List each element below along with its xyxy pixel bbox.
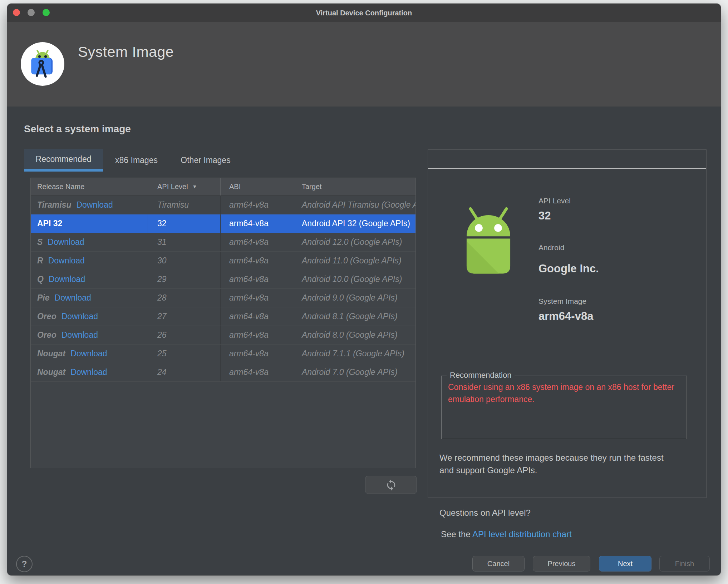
vendor-value: Google Inc. (538, 262, 599, 275)
finish-button[interactable]: Finish (659, 556, 710, 571)
details-separator (428, 168, 706, 169)
download-link[interactable]: Download (70, 367, 107, 377)
abi-cell: arm64-v8a (221, 196, 292, 214)
tab-recommended[interactable]: Recommended (24, 149, 103, 172)
target-cell: Android 11.0 (Google APIs) (292, 252, 415, 270)
api-level-cell: 30 (148, 252, 221, 270)
window-title: Virtual Device Configuration (7, 4, 721, 22)
help-button[interactable]: ? (16, 556, 33, 572)
api-level-cell: 29 (148, 270, 221, 288)
cancel-button[interactable]: Cancel (472, 556, 525, 571)
see-the-prefix: See the (441, 529, 472, 539)
abi-cell: arm64-v8a (221, 270, 292, 288)
table-row[interactable]: TiramisuDownload Tiramisu arm64-v8a Andr… (31, 196, 415, 214)
api-level-cell: 24 (148, 363, 221, 381)
refresh-button[interactable] (365, 476, 417, 494)
release-name: Nougat (37, 367, 65, 377)
table-row[interactable]: OreoDownload 26 arm64-v8a Android 8.0 (G… (31, 326, 415, 345)
download-link[interactable]: Download (70, 349, 107, 358)
vendor-label: Android (538, 243, 564, 252)
column-header-abi[interactable]: ABI (221, 178, 292, 196)
system-image-table: Release Name API Level▼ ABI Target Tiram… (30, 178, 416, 468)
download-link[interactable]: Download (55, 293, 91, 302)
recommendation-title: Recommendation (447, 371, 515, 380)
table-row[interactable]: PieDownload 28 arm64-v8a Android 9.0 (Go… (31, 289, 415, 307)
refresh-icon (385, 479, 397, 491)
release-name: Oreo (37, 330, 56, 340)
recommendation-box: Recommendation Consider using an x86 sys… (441, 376, 687, 439)
sort-desc-icon: ▼ (192, 178, 197, 196)
target-cell: Android 12.0 (Google APIs) (292, 233, 415, 251)
download-link[interactable]: Download (49, 274, 85, 284)
abi-cell: arm64-v8a (221, 326, 292, 344)
section-title: Select a system image (24, 123, 131, 135)
download-link[interactable]: Download (76, 200, 113, 209)
abi-cell: arm64-v8a (221, 233, 292, 251)
table-row[interactable]: QDownload 29 arm64-v8a Android 10.0 (Goo… (31, 270, 415, 289)
see-the-line: See the API level distribution chart (441, 529, 572, 539)
target-cell: Android 10.0 (Google APIs) (292, 270, 415, 288)
target-cell: Android 8.0 (Google APIs) (292, 326, 415, 344)
release-name: Nougat (37, 349, 65, 358)
release-name: Oreo (37, 312, 56, 321)
target-cell: Android 8.1 (Google APIs) (292, 307, 415, 326)
release-name: Pie (37, 293, 50, 302)
api-level-value: 32 (538, 209, 551, 222)
abi-cell: arm64-v8a (221, 252, 292, 270)
wizard-header: System Image (7, 22, 721, 107)
target-cell: Android 7.0 (Google APIs) (292, 363, 415, 381)
download-link[interactable]: Download (48, 256, 85, 265)
virtual-device-configuration-window: Virtual Device Configuration (7, 4, 721, 575)
abi-cell: arm64-v8a (221, 214, 292, 233)
column-header-target[interactable]: Target (292, 178, 415, 196)
tab-x86-images[interactable]: x86 Images (103, 149, 170, 172)
column-header-api-level[interactable]: API Level▼ (148, 178, 221, 196)
system-image-label: System Image (538, 297, 586, 306)
api-level-distribution-chart-link[interactable]: API level distribution chart (472, 529, 571, 539)
download-link[interactable]: Download (62, 312, 98, 321)
api-level-cell: 25 (148, 345, 221, 363)
target-cell: Android 7.1.1 (Google APIs) (292, 345, 415, 363)
target-cell: Android 9.0 (Google APIs) (292, 289, 415, 307)
api-level-cell: 31 (148, 233, 221, 251)
release-name: Q (37, 274, 44, 284)
api-level-question: Questions on API level? (439, 508, 531, 518)
system-image-value: arm64-v8a (538, 310, 593, 323)
recommendation-warning-text: Consider using an x86 system image on an… (448, 381, 675, 405)
image-details-panel: API Level 32 Android Google Inc. System … (428, 149, 707, 498)
abi-cell: arm64-v8a (221, 307, 292, 326)
abi-cell: arm64-v8a (221, 345, 292, 363)
release-name: R (37, 256, 43, 265)
recommended-images-blurb: We recommend these images because they r… (439, 451, 675, 476)
api-level-cell: Tiramisu (148, 196, 221, 214)
next-button[interactable]: Next (599, 556, 651, 571)
api-level-cell: 28 (148, 289, 221, 307)
table-row[interactable]: NougatDownload 25 arm64-v8a Android 7.1.… (31, 345, 415, 363)
table-header-row: Release Name API Level▼ ABI Target (31, 178, 415, 196)
column-header-release-name[interactable]: Release Name (31, 178, 148, 196)
api-level-cell: 26 (148, 326, 221, 344)
table-row[interactable]: RDownload 30 arm64-v8a Android 11.0 (Goo… (31, 252, 415, 270)
target-cell: Android API 32 (Google APIs) (292, 214, 415, 233)
download-link[interactable]: Download (48, 237, 84, 247)
help-icon: ? (22, 559, 27, 569)
previous-button[interactable]: Previous (533, 556, 590, 571)
table-row[interactable]: NougatDownload 24 arm64-v8a Android 7.0 … (31, 363, 415, 382)
table-row-selected[interactable]: API 32 32 arm64-v8a Android API 32 (Goog… (31, 214, 415, 233)
screen: Virtual Device Configuration (0, 0, 728, 584)
android-studio-logo-icon (21, 42, 64, 86)
column-header-api-level-label: API Level (157, 183, 188, 190)
api-level-cell: 27 (148, 307, 221, 326)
title-bar: Virtual Device Configuration (7, 4, 721, 22)
download-link[interactable]: Download (62, 330, 98, 340)
release-name: API 32 (37, 219, 62, 228)
release-name: S (37, 237, 43, 247)
table-row[interactable]: OreoDownload 27 arm64-v8a Android 8.1 (G… (31, 307, 415, 326)
api-level-cell: 32 (148, 214, 221, 233)
abi-cell: arm64-v8a (221, 289, 292, 307)
image-tabs: Recommended x86 Images Other Images (24, 149, 241, 172)
table-row[interactable]: SDownload 31 arm64-v8a Android 12.0 (Goo… (31, 233, 415, 252)
api-level-label: API Level (538, 197, 571, 205)
abi-cell: arm64-v8a (221, 363, 292, 381)
tab-other-images[interactable]: Other Images (170, 149, 241, 172)
